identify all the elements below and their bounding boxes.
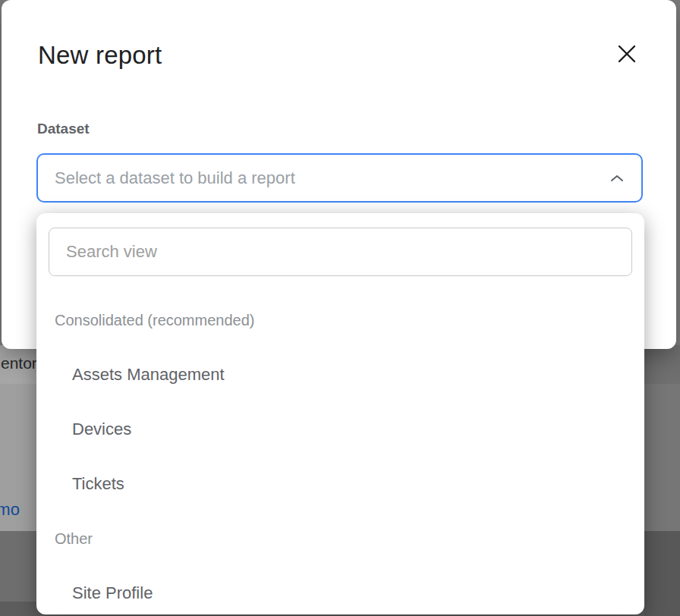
search-field-wrapper	[49, 228, 632, 276]
option-tickets[interactable]: Tickets	[36, 457, 644, 511]
group-label-consolidated: Consolidated (recommended)	[36, 293, 644, 347]
dataset-select[interactable]: Select a dataset to build a report	[36, 153, 643, 203]
close-button[interactable]	[612, 39, 642, 70]
option-assets-management[interactable]: Assets Management	[36, 347, 644, 402]
option-site-profile[interactable]: Site Profile	[36, 566, 644, 614]
dialog-title: New report	[38, 41, 162, 70]
dataset-option-list: Consolidated (recommended) Assets Manage…	[36, 293, 644, 614]
dataset-dropdown-panel: Consolidated (recommended) Assets Manage…	[36, 213, 644, 614]
close-icon	[616, 43, 638, 67]
option-devices[interactable]: Devices	[36, 402, 644, 457]
group-label-other: Other	[36, 511, 644, 566]
dataset-label: Dataset	[37, 121, 90, 137]
search-input[interactable]	[49, 228, 632, 276]
chevron-up-icon	[609, 174, 625, 183]
dataset-select-placeholder: Select a dataset to build a report	[55, 168, 609, 188]
